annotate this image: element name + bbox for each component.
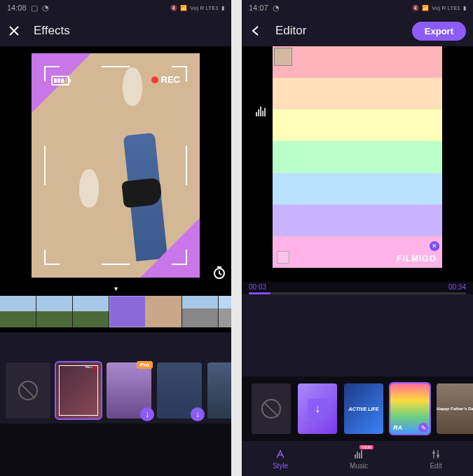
whatsapp-icon: ◔ xyxy=(273,4,280,13)
rec-dot-icon xyxy=(94,367,97,369)
video-preview[interactable]: REC xyxy=(0,46,231,285)
page-title: Effects xyxy=(34,24,224,38)
style-item[interactable]: ↓ xyxy=(298,383,337,434)
close-button[interactable] xyxy=(7,24,21,38)
back-button[interactable] xyxy=(249,24,263,38)
timeline-frame[interactable] xyxy=(146,296,182,327)
export-button[interactable]: Export xyxy=(412,22,466,41)
editor-screen: 14:07 ◔ 🔇 📶 Vo) R LTE1 ▮ Editor Export xyxy=(242,0,473,476)
style-icon xyxy=(274,448,287,461)
effects-list: REC Pro ↓ ↓ ↓ xyxy=(0,358,231,423)
timeline-frame[interactable] xyxy=(0,296,36,327)
svg-rect-1 xyxy=(256,112,257,116)
rec-frame-icon xyxy=(59,365,98,416)
time-end: 00:34 xyxy=(448,283,466,291)
none-icon xyxy=(261,399,281,419)
timeline-frame[interactable] xyxy=(219,296,231,327)
effect-item[interactable]: Pro ↓ xyxy=(107,362,151,419)
rec-label: REC xyxy=(161,74,180,85)
bottom-tabs: Style NEW Music Edit xyxy=(242,441,473,476)
tile-thumb xyxy=(274,48,292,66)
svg-point-10 xyxy=(432,451,435,454)
tab-edit[interactable]: Edit xyxy=(430,448,442,470)
network-label: Vo) R LTE1 xyxy=(190,5,219,11)
styles-list: ↓ ACTIVE LIFE RA ✎ Happy Father's Day ↓ xyxy=(242,376,473,441)
time-row: 00:03 00:34 xyxy=(242,282,473,292)
wifi-icon: 📶 xyxy=(180,5,187,11)
style-none[interactable] xyxy=(252,383,291,434)
svg-rect-5 xyxy=(264,108,266,116)
effects-screen: 14:08 ▢ ◔ 🔇 📶 Vo) R LTE1 ▮ Effects xyxy=(0,0,231,476)
none-icon xyxy=(18,381,38,400)
header: Effects xyxy=(0,15,231,46)
style-label: Happy Father's Day xyxy=(437,407,473,411)
edit-icon xyxy=(430,448,442,461)
watermark-label[interactable]: FILMIGO xyxy=(397,254,437,264)
effect-item[interactable]: ↓ xyxy=(157,362,202,419)
download-icon[interactable]: ↓ xyxy=(308,399,327,419)
style-item[interactable]: Happy Father's Day xyxy=(437,383,473,434)
status-bar: 14:08 ▢ ◔ 🔇 📶 Vo) R LTE1 ▮ xyxy=(0,0,231,15)
image-icon[interactable] xyxy=(277,251,289,264)
new-badge: NEW xyxy=(359,445,373,449)
timeline-marker-icon: ▾ xyxy=(114,285,118,292)
pro-badge: Pro xyxy=(137,361,153,369)
svg-rect-9 xyxy=(361,450,362,458)
music-icon xyxy=(352,448,365,461)
spacer xyxy=(0,332,231,358)
battery-overlay-icon xyxy=(51,76,69,86)
status-time: 14:07 xyxy=(249,4,268,12)
svg-rect-2 xyxy=(258,109,259,116)
whatsapp-icon: ◔ xyxy=(42,4,49,13)
timeline-frame-selected[interactable] xyxy=(109,296,146,327)
effect-none[interactable] xyxy=(6,362,50,419)
close-watermark-button[interactable]: ✕ xyxy=(430,241,439,251)
page-title: Editor xyxy=(275,24,412,38)
edit-icon[interactable]: ✎ xyxy=(418,423,428,433)
mute-icon: 🔇 xyxy=(412,5,419,11)
timer-button[interactable] xyxy=(212,265,227,280)
status-time: 14:08 xyxy=(7,4,27,12)
timeline-frame[interactable] xyxy=(36,296,73,327)
equalizer-icon[interactable] xyxy=(256,107,267,119)
svg-rect-6 xyxy=(355,454,356,458)
style-label: ACTIVE LIFE xyxy=(349,407,379,412)
timeline-frame[interactable] xyxy=(73,296,109,327)
svg-rect-8 xyxy=(359,453,360,458)
style-item-active-life[interactable]: ACTIVE LIFE xyxy=(344,383,383,434)
svg-point-11 xyxy=(437,454,439,457)
video-timeline[interactable]: ▾ xyxy=(0,285,231,332)
video-preview[interactable]: ✕ FILMIGO xyxy=(242,46,473,282)
header: Editor Export xyxy=(242,15,473,46)
svg-rect-7 xyxy=(357,451,358,458)
rec-text: REC xyxy=(85,365,92,369)
gallery-icon: ▢ xyxy=(31,4,38,13)
effect-item-rec[interactable]: REC xyxy=(56,362,101,419)
tab-style[interactable]: Style xyxy=(273,448,288,470)
download-icon[interactable]: ↓ xyxy=(140,407,154,421)
rec-dot-icon xyxy=(151,76,158,83)
viewfinder-frame xyxy=(44,66,187,265)
svg-rect-4 xyxy=(262,111,263,116)
style-label: RA xyxy=(393,425,402,431)
tab-music[interactable]: NEW Music xyxy=(350,448,368,470)
status-bar: 14:07 ◔ 🔇 📶 Vo) R LTE1 ▮ xyxy=(242,0,473,15)
effect-item[interactable]: ↓ xyxy=(207,362,231,419)
network-label: Vo) R LTE1 xyxy=(432,5,460,11)
download-icon[interactable]: ↓ xyxy=(191,407,205,421)
tab-label: Style xyxy=(273,462,288,470)
wifi-icon: 📶 xyxy=(422,5,429,11)
rainbow-preview: ✕ FILMIGO xyxy=(273,46,442,268)
time-start: 00:03 xyxy=(249,283,266,291)
tab-label: Music xyxy=(350,462,368,470)
progress-bar[interactable] xyxy=(249,292,466,294)
battery-icon: ▮ xyxy=(221,5,224,11)
battery-icon: ▮ xyxy=(463,5,466,11)
style-item-rainbow[interactable]: RA ✎ xyxy=(390,383,430,434)
timeline-frame[interactable] xyxy=(182,296,219,327)
spacer xyxy=(242,294,473,376)
rec-badge: REC xyxy=(151,74,180,85)
svg-rect-3 xyxy=(260,107,261,116)
mute-icon: 🔇 xyxy=(170,5,177,11)
tab-label: Edit xyxy=(430,462,441,470)
